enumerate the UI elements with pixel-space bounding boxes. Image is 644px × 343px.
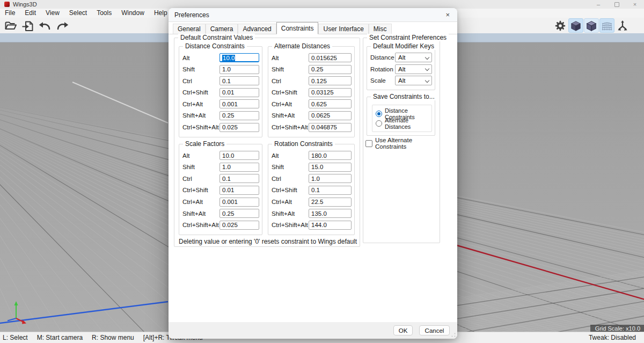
mesh-mode-button[interactable] [599, 18, 614, 33]
dialog-content: Default Constraint Values Distance Const… [169, 34, 457, 322]
modifier-select[interactable]: Alt [395, 53, 432, 62]
constraint-input[interactable]: 22.5 [309, 198, 352, 207]
constraint-row: Ctrl+Alt 0.001 [182, 198, 259, 207]
save-options-box: Distance Constraints Alternate Distances [372, 105, 432, 132]
wings3d-logo-icon [4, 2, 10, 7]
constraint-input[interactable]: 0.03125 [309, 88, 352, 97]
constraint-input[interactable]: 0.25 [219, 209, 259, 218]
constraint-row: Ctrl+Shift 0.01 [182, 186, 259, 195]
constraint-input[interactable]: 0.001 [219, 198, 259, 207]
constraint-row: Ctrl+Shift+Alt 0.046875 [272, 123, 352, 132]
cancel-button[interactable]: Cancel [419, 325, 450, 335]
menu-item[interactable]: Window [116, 9, 149, 18]
constraint-label: Ctrl [272, 78, 309, 84]
tab[interactable]: Constraints [276, 22, 319, 34]
group-title: Default Constraint Values [178, 34, 255, 41]
minimize-button[interactable]: – [589, 0, 608, 9]
constraint-label: Ctrl+Shift [272, 89, 309, 96]
constraint-input[interactable]: 0.015625 [309, 53, 352, 62]
tab[interactable]: User Interface [318, 24, 368, 34]
constraint-input[interactable]: 15.0 [309, 163, 352, 172]
constraint-input[interactable]: 0.001 [219, 99, 259, 108]
constraint-input[interactable]: 10.0 [219, 53, 259, 62]
group-scale-factors: Scale Factors Alt 10.0 Shift 1.0 [179, 144, 262, 235]
group-title: Scale Factors [183, 140, 226, 148]
group-title: Rotation Constraints [272, 140, 335, 148]
resize-grip[interactable] [451, 333, 456, 337]
constraint-input[interactable]: 0.046875 [309, 123, 352, 132]
constraint-label: Ctrl+Shift+Alt [182, 124, 219, 130]
constraint-row: Shift 1.0 [182, 163, 259, 172]
mouse-hint: R: Show menu [92, 334, 134, 341]
constraint-label: Alt [272, 55, 309, 61]
constraint-input[interactable]: 0.625 [309, 99, 352, 108]
dialog-close-button[interactable]: × [444, 10, 451, 19]
constraint-input[interactable]: 0.025 [219, 221, 259, 230]
constraint-row: Shift+Alt 0.0625 [272, 111, 352, 120]
menu-item[interactable]: Edit [20, 9, 41, 18]
open-file-button[interactable] [3, 18, 18, 33]
undo-button[interactable] [38, 18, 53, 33]
ok-button[interactable]: OK [393, 325, 413, 335]
tweak-mode-button[interactable] [615, 18, 630, 33]
restore-button[interactable] [608, 0, 626, 9]
menu-item[interactable]: File [0, 9, 20, 18]
menu-item[interactable]: View [41, 9, 64, 18]
close-button[interactable]: × [626, 0, 644, 9]
tab[interactable]: Camera [206, 24, 238, 34]
constraint-label: Shift+Alt [272, 112, 309, 119]
constraint-row: Ctrl+Shift+Alt 144.0 [272, 221, 352, 230]
group-default-constraint-values: Default Constraint Values Distance Const… [174, 38, 360, 247]
constraint-input[interactable]: 0.125 [309, 76, 352, 85]
constraint-label: Ctrl+Alt [272, 199, 309, 205]
constraint-input[interactable]: 10.0 [219, 151, 259, 160]
group-alternate-distances: Alternate Distances Alt 0.015625 Shift [268, 46, 355, 137]
import-file-icon [21, 20, 34, 32]
constraint-label: Alt [182, 152, 219, 159]
gear-icon [554, 20, 566, 32]
constraint-input[interactable]: 1.0 [219, 65, 259, 74]
tab[interactable]: Misc [369, 24, 392, 34]
constraint-label: Shift [272, 66, 309, 72]
preferences-button[interactable] [553, 18, 568, 33]
constraint-input[interactable]: 0.1 [309, 186, 352, 195]
modifier-select[interactable]: Alt [395, 64, 432, 74]
constraint-input[interactable]: 0.025 [219, 123, 259, 132]
constraint-input[interactable]: 144.0 [309, 221, 352, 230]
constraint-input[interactable]: 0.25 [219, 111, 259, 120]
constraint-row: Alt 180.0 [272, 151, 352, 160]
constraint-input[interactable]: 0.25 [309, 65, 352, 74]
constraint-label: Shift+Alt [182, 112, 219, 119]
constraint-label: Ctrl [272, 176, 309, 182]
tab[interactable]: Advanced [238, 24, 276, 34]
group-save-constraints-to: Save Constraints to... Distance Constrai… [367, 97, 435, 136]
constraint-input[interactable]: 0.01 [219, 88, 259, 97]
constraint-row: Ctrl 0.1 [182, 76, 259, 85]
constraint-input[interactable]: 180.0 [309, 151, 352, 160]
constraint-label: Ctrl+Shift [182, 187, 219, 193]
constraint-input[interactable]: 0.1 [219, 174, 259, 183]
modifier-select[interactable]: Alt [395, 76, 432, 85]
constraint-input[interactable]: 0.01 [219, 186, 259, 195]
constraint-input[interactable]: 1.0 [309, 174, 352, 183]
radio-option[interactable]: Alternate Distances [376, 119, 431, 128]
use-alternate-checkbox[interactable]: Use Alternate Constraints [365, 137, 440, 150]
shaded-mode-button[interactable] [568, 18, 583, 33]
dialog-titlebar[interactable]: Preferences × [169, 8, 457, 22]
menu-item[interactable]: Tools [92, 9, 116, 18]
chevron-down-icon [425, 55, 429, 59]
open-folder-icon [4, 20, 17, 32]
constraint-input[interactable]: 0.1 [219, 76, 259, 85]
constraint-input[interactable]: 135.0 [309, 209, 352, 218]
import-button[interactable] [20, 18, 35, 33]
tab[interactable]: General [173, 24, 206, 34]
constraint-input[interactable]: 0.0625 [309, 111, 352, 120]
constraint-label: Shift+Alt [272, 210, 309, 217]
redo-button[interactable] [55, 18, 70, 33]
dialog-title: Preferences [174, 11, 209, 19]
menu-item[interactable]: Select [64, 9, 92, 18]
wireframe-mode-button[interactable] [584, 18, 599, 33]
constraint-input[interactable]: 1.0 [219, 163, 259, 172]
constraint-row: Shift 0.25 [272, 65, 352, 74]
constraint-row: Ctrl+Shift+Alt 0.025 [182, 123, 259, 132]
